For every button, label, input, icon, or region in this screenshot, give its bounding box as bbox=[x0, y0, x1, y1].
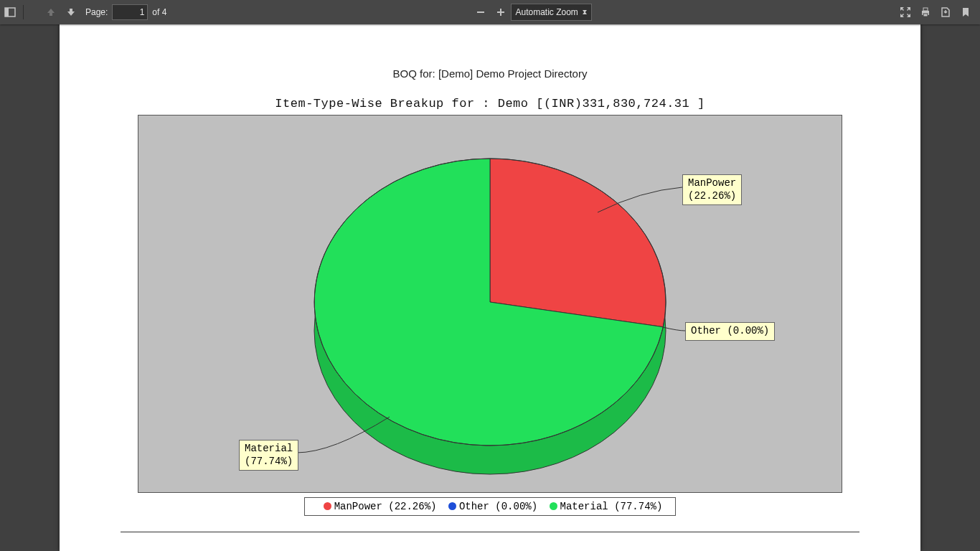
pdf-page: BOQ for: [Demo] Demo Project Directory I… bbox=[60, 24, 920, 551]
pie-label-material: Material(77.74%) bbox=[239, 440, 298, 471]
svg-rect-7 bbox=[923, 14, 928, 17]
pdf-toolbar: Page: of 4 Automatic Zoom bbox=[0, 0, 980, 24]
fullscreen-icon[interactable] bbox=[895, 2, 915, 22]
svg-rect-1 bbox=[5, 8, 9, 17]
legend-dot-material bbox=[550, 502, 557, 510]
svg-rect-6 bbox=[923, 8, 928, 11]
divider bbox=[121, 532, 859, 532]
download-icon[interactable] bbox=[936, 2, 956, 22]
print-icon[interactable] bbox=[915, 2, 936, 22]
legend-text: Material (77.74%) bbox=[560, 501, 663, 512]
zoom-out-icon[interactable] bbox=[471, 2, 491, 22]
pie-label-other: Other (0.00%) bbox=[685, 322, 775, 341]
page-label: Page: bbox=[85, 7, 108, 17]
legend-text: ManPower (22.26%) bbox=[334, 501, 437, 512]
zoom-select[interactable]: Automatic Zoom bbox=[511, 4, 592, 21]
svg-rect-4 bbox=[500, 9, 501, 16]
page-number-input[interactable] bbox=[112, 4, 148, 20]
zoom-in-icon[interactable] bbox=[491, 2, 511, 22]
pie-chart: ManPower(22.26%) Other (0.00%) Material(… bbox=[138, 115, 842, 493]
pie-label-manpower: ManPower(22.26%) bbox=[682, 174, 742, 205]
prev-page-icon[interactable] bbox=[41, 2, 61, 22]
sidebar-toggle-icon[interactable] bbox=[0, 2, 20, 22]
legend-dot-manpower bbox=[324, 502, 331, 510]
chart-legend: ManPower (22.26%) Other (0.00%) Material… bbox=[304, 497, 676, 516]
page-total: of 4 bbox=[152, 7, 166, 17]
zoom-select-label: Automatic Zoom bbox=[516, 7, 578, 17]
svg-rect-2 bbox=[477, 11, 484, 13]
pie-slice-manpower bbox=[490, 159, 666, 327]
chart-title: Item-Type-Wise Breakup for : Demo [(INR)… bbox=[88, 97, 892, 110]
next-page-icon[interactable] bbox=[61, 2, 81, 22]
pdf-viewer[interactable]: BOQ for: [Demo] Demo Project Directory I… bbox=[0, 24, 980, 551]
bookmark-icon[interactable] bbox=[956, 2, 976, 22]
legend-text: Other (0.00%) bbox=[459, 501, 537, 512]
doc-title: BOQ for: [Demo] Demo Project Directory bbox=[88, 67, 892, 80]
legend-dot-other bbox=[448, 502, 456, 510]
